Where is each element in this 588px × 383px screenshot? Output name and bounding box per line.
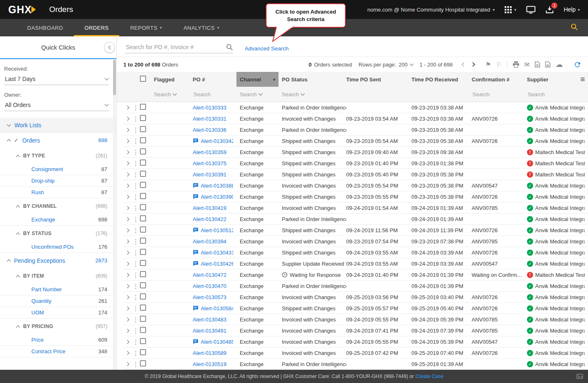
row-menu-button[interactable]: ⋮: [132, 361, 140, 367]
row-checkbox[interactable]: [140, 338, 146, 344]
sidebar-scrollbar[interactable]: [113, 60, 116, 370]
row-menu-button[interactable]: ⋮: [132, 127, 140, 133]
po-link[interactable]: Alert-0130485: [201, 339, 233, 345]
row-menu-button[interactable]: ⋮: [132, 350, 140, 356]
row-checkbox[interactable]: [140, 260, 146, 266]
sidebar-item-by-pricing[interactable]: BY PRICING(957): [0, 319, 116, 334]
table-row[interactable]: ⋮ Alert-0130390 Exchange Shipped with Ch…: [123, 191, 588, 202]
col-header-po-status[interactable]: PO Status: [279, 76, 346, 83]
col-header-supplier[interactable]: Supplier: [527, 76, 577, 83]
sidebar-item-rush[interactable]: Rush87: [0, 187, 116, 198]
table-row[interactable]: ⋮ Alert-0130331 Exchange Invoiced with C…: [123, 113, 588, 124]
email-icon[interactable]: ✉: [524, 61, 530, 69]
row-checkbox[interactable]: [140, 137, 146, 143]
po-link[interactable]: Alert-0130333: [193, 105, 227, 111]
table-row[interactable]: ⋮ Alert-0130472 Exchange Waiting for Res…: [123, 269, 588, 281]
received-select[interactable]: Last 7 Days: [4, 72, 109, 85]
row-checkbox[interactable]: [140, 104, 146, 110]
po-link[interactable]: Alert-0130388: [201, 183, 233, 189]
row-menu-button[interactable]: ⋮: [132, 227, 140, 233]
col-header-po[interactable]: PO #: [188, 76, 236, 83]
sidebar-item-consignment[interactable]: Consignment87: [0, 164, 116, 175]
row-menu-button[interactable]: ⋮: [132, 283, 140, 289]
table-row[interactable]: ⋮ Alert-0130391 Exchange Shipped with Ch…: [123, 169, 588, 180]
sidebar-item-drop-ship[interactable]: Drop-ship87: [0, 175, 116, 187]
po-link[interactable]: Alert-0130426: [201, 261, 233, 267]
row-menu-button[interactable]: ⋮: [132, 138, 140, 144]
owner-select[interactable]: All Orders: [4, 98, 109, 111]
row-checkbox[interactable]: [140, 349, 146, 355]
po-link[interactable]: Alert-0130431: [201, 250, 233, 256]
row-menu-button[interactable]: ⋮: [132, 305, 140, 312]
sidebar-item-by-type[interactable]: BY TYPE(261): [0, 148, 116, 164]
row-checkbox[interactable]: [140, 115, 146, 121]
sidebar-item-by-status[interactable]: BY STATUS(176): [0, 226, 116, 241]
table-row[interactable]: ⋮ Alert-0130342 Exchange Shipped with Ch…: [123, 136, 588, 147]
row-menu-button[interactable]: ⋮: [132, 339, 140, 345]
row-menu-button[interactable]: ⋮: [132, 149, 140, 155]
sidebar-item-quantity[interactable]: Quantity261: [0, 295, 116, 307]
supplier-filter-input[interactable]: [527, 91, 576, 98]
cloud-download-icon[interactable]: ☁: [555, 60, 563, 69]
table-row[interactable]: ⋮ Alert-0130584 Exchange Shipped with Ch…: [123, 303, 588, 314]
expand-row-button[interactable]: [123, 340, 132, 343]
row-menu-button[interactable]: ⋮: [132, 183, 140, 189]
nav-tab-analytics[interactable]: ANALYTICS ▾: [173, 19, 230, 36]
row-menu-button[interactable]: ⋮: [132, 216, 140, 222]
row-menu-button[interactable]: ⋮: [132, 194, 140, 200]
table-row[interactable]: ⋮ Alert-0130485 Exchange Invoiced with C…: [123, 336, 588, 347]
po-link[interactable]: Alert-0130472: [193, 272, 227, 278]
table-row[interactable]: ⋮ Alert-0130491 Exchange Invoiced with C…: [123, 325, 588, 336]
po-link[interactable]: Alert-0130419: [193, 205, 227, 211]
row-checkbox[interactable]: [140, 171, 146, 177]
table-row[interactable]: ⋮ Alert-0130333 Exchange Parked in Order…: [123, 102, 588, 113]
expand-row-button[interactable]: [123, 117, 132, 120]
row-menu-button[interactable]: ⋮: [132, 316, 140, 323]
rows-per-page-select[interactable]: Rows per page: 200: [359, 62, 413, 68]
table-row[interactable]: ⋮ Alert-0130422 Exchange Parked in Order…: [123, 214, 588, 225]
help-menu[interactable]: Help ▾: [564, 6, 580, 13]
nav-tab-reports[interactable]: REPORTS ▾: [119, 19, 172, 36]
create-case-link[interactable]: Create Case: [416, 373, 443, 379]
table-row[interactable]: ⋮ Alert-0130375 Exchange Shipped with Ch…: [123, 158, 588, 169]
po-link[interactable]: Alert-0130589: [193, 350, 227, 356]
table-row[interactable]: ⋮ Alert-0130589 Exchange Invoiced with C…: [123, 347, 588, 359]
sidebar-collapse-button[interactable]: [104, 42, 115, 53]
row-checkbox[interactable]: [140, 327, 146, 333]
row-menu-button[interactable]: ⋮: [132, 160, 140, 167]
refresh-icon[interactable]: [574, 61, 581, 69]
po-link[interactable]: Alert-0130391: [193, 171, 227, 178]
footer-widget-icon[interactable]: [576, 374, 583, 379]
row-menu-button[interactable]: ⋮: [132, 171, 140, 178]
row-menu-button[interactable]: ⋮: [132, 272, 140, 278]
work-lists-header[interactable]: Work Lists: [0, 118, 116, 133]
expand-row-button[interactable]: [123, 106, 132, 109]
row-menu-button[interactable]: ⋮: [132, 205, 140, 211]
expand-row-button[interactable]: [123, 329, 132, 332]
row-menu-button[interactable]: ⋮: [132, 294, 140, 300]
expand-row-button[interactable]: [123, 240, 132, 243]
expand-row-button[interactable]: [123, 285, 132, 288]
sidebar-scrollbar-thumb[interactable]: [113, 60, 116, 95]
expand-row-button[interactable]: [123, 173, 132, 176]
global-search-button[interactable]: [570, 23, 578, 33]
pdf-export-icon[interactable]: [535, 61, 540, 68]
apps-grid-button[interactable]: ▾: [505, 6, 516, 13]
po-link[interactable]: Alert-0130573: [193, 294, 227, 300]
expand-row-button[interactable]: [123, 251, 132, 254]
po-link[interactable]: Alert-0130390: [201, 194, 233, 200]
table-row[interactable]: ⋮ Alert-0130431 Exchange Shipped with Ch…: [123, 247, 588, 258]
row-checkbox[interactable]: [140, 159, 146, 166]
po-link[interactable]: Alert-0130422: [193, 216, 227, 222]
po-link[interactable]: Alert-0130519: [193, 361, 227, 367]
expand-row-button[interactable]: [123, 352, 132, 354]
expand-row-button[interactable]: [123, 363, 132, 366]
row-menu-button[interactable]: ⋮: [132, 116, 140, 122]
row-checkbox[interactable]: [140, 316, 146, 322]
row-menu-button[interactable]: ⋮: [132, 105, 140, 111]
ghx-logo[interactable]: GHX: [8, 4, 36, 16]
downloads-tray-button[interactable]: 1: [545, 6, 554, 14]
po-link[interactable]: Alert-0130375: [193, 160, 227, 167]
expand-row-button[interactable]: [123, 262, 132, 265]
sidebar-item-by-item[interactable]: BY ITEM(609): [0, 268, 116, 284]
